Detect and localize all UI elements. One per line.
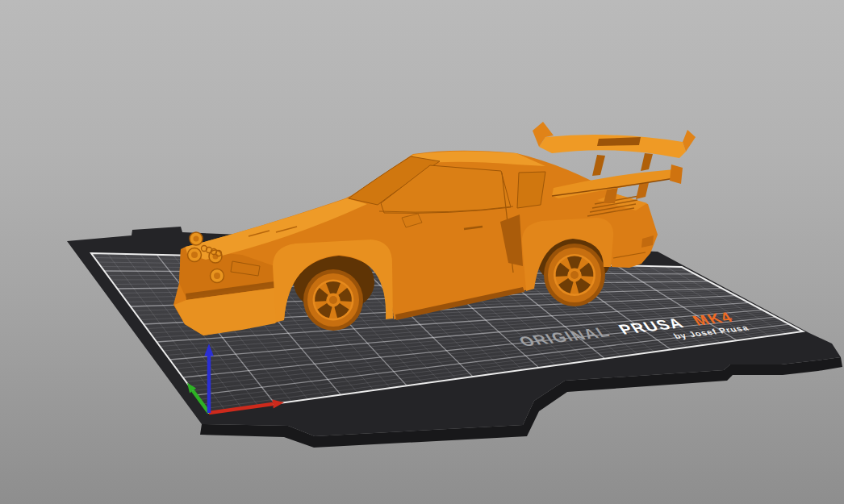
- wing-strut-right: [641, 153, 653, 171]
- slicer-3d-viewport[interactable]: ORIGINAL PRUSA MK4 by Josef Prusa: [0, 0, 844, 504]
- rear-hub-cap: [570, 271, 579, 279]
- rear-wing: [533, 122, 696, 203]
- rally-lamp-lens: [194, 236, 199, 242]
- wing-strut-left: [592, 155, 605, 176]
- front-wheel: [303, 269, 363, 331]
- front-hub-cap: [329, 296, 337, 304]
- rally-lamp-lens: [214, 273, 220, 279]
- scene-canvas: ORIGINAL PRUSA MK4 by Josef Prusa: [0, 0, 844, 504]
- quarter-window: [517, 172, 545, 208]
- rear-wheel: [544, 244, 605, 306]
- wing-endplate-lower-right: [670, 165, 683, 184]
- rally-lamp-lens: [191, 252, 198, 258]
